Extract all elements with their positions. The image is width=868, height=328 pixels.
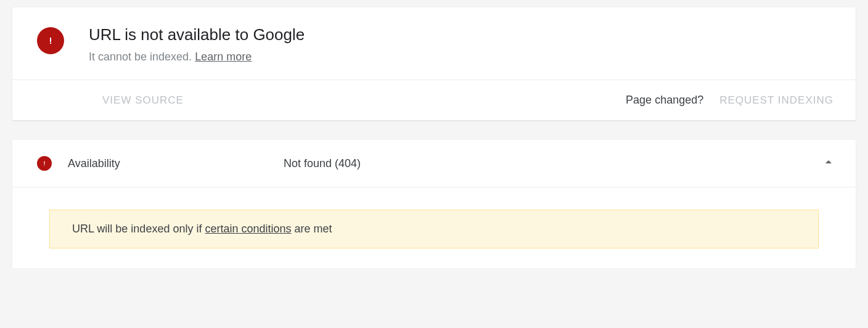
learn-more-link[interactable]: Learn more	[195, 51, 252, 63]
status-title: URL is not available to Google	[89, 25, 305, 44]
action-row: VIEW SOURCE Page changed? REQUEST INDEXI…	[12, 80, 856, 120]
status-subtitle: It cannot be indexed. Learn more	[89, 51, 305, 64]
availability-row[interactable]: Availability Not found (404)	[12, 140, 856, 187]
status-header: URL is not available to Google It cannot…	[12, 7, 856, 80]
availability-status: Not found (404)	[284, 157, 361, 170]
error-icon	[37, 156, 52, 171]
view-source-button[interactable]: VIEW SOURCE	[102, 94, 184, 107]
notice-section: URL will be indexed only if certain cond…	[12, 187, 856, 268]
notice-prefix: URL will be indexed only if	[72, 223, 205, 235]
certain-conditions-link[interactable]: certain conditions	[205, 223, 291, 235]
chevron-up-icon	[821, 155, 836, 172]
request-indexing-button[interactable]: REQUEST INDEXING	[719, 94, 833, 107]
indexing-notice: URL will be indexed only if certain cond…	[49, 210, 819, 248]
subtitle-text: It cannot be indexed.	[89, 51, 195, 63]
error-icon	[37, 27, 64, 54]
availability-label: Availability	[68, 157, 284, 170]
page-changed-label: Page changed?	[626, 94, 703, 107]
notice-suffix: are met	[292, 223, 332, 235]
